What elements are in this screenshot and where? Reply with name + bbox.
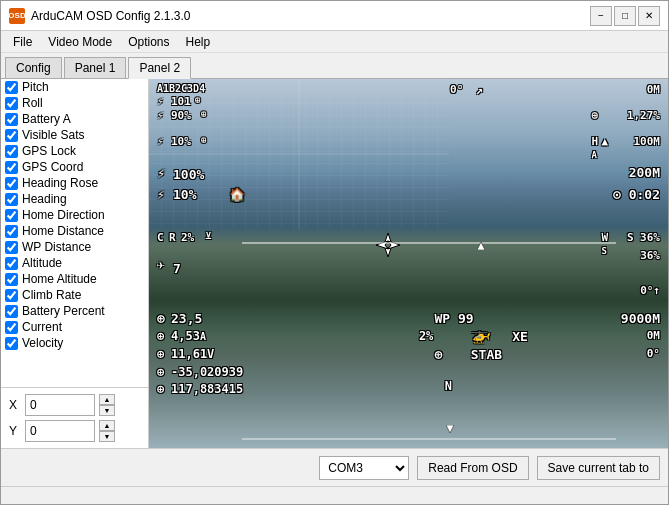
checklist-checkbox[interactable] [5,337,18,350]
heading-pointer [477,239,485,253]
checklist-checkbox[interactable] [5,321,18,334]
tab-panel2[interactable]: Panel 2 [128,57,191,79]
osd-9000m: 9000M [621,311,660,327]
checklist-scroll[interactable]: PitchRollBattery AVisible SatsGPS LockGP… [1,79,148,387]
osd-preview[interactable]: A1B2C3D4 ⚡ 101 ⊕ ⚡ 90% ⊕ ⚡ 10% ⊕ ⚡ 100% … [149,79,668,448]
checklist-item[interactable]: Altitude [1,255,148,271]
checklist-item[interactable]: Heading Rose [1,175,148,191]
checklist-checkbox[interactable] [5,161,18,174]
checklist-item[interactable]: Roll [1,95,148,111]
y-up-button[interactable]: ▲ [99,420,115,431]
bottom-bar: COM3 COM1 COM2 COM4 Read From OSD Save c… [1,448,668,486]
menu-help[interactable]: Help [178,33,219,51]
checklist-item[interactable]: WP Distance [1,239,148,255]
checklist-item[interactable]: GPS Lock [1,143,148,159]
checklist-item[interactable]: Battery A [1,111,148,127]
checklist-label: Battery Percent [22,304,105,318]
checklist-checkbox[interactable] [5,97,18,110]
checklist-checkbox[interactable] [5,129,18,142]
checklist-label: Battery A [22,112,71,126]
y-down-button[interactable]: ▼ [99,431,115,442]
window-title: ArduCAM OSD Config 2.1.3.0 [31,9,590,23]
checklist-label: Velocity [22,336,63,350]
osd-wp-icon: ✈ [157,257,165,273]
checklist-checkbox[interactable] [5,177,18,190]
osd-sats-value: 10% [173,187,196,203]
osd-cr-value: 2% [181,231,194,244]
checklist-item[interactable]: Current [1,319,148,335]
svg-marker-8 [446,425,454,433]
read-from-osd-button[interactable]: Read From OSD [417,456,528,480]
checklist-checkbox[interactable] [5,193,18,206]
osd-0m-right: 0M [647,329,660,342]
osd-drone-icon: 🚁 [471,325,491,344]
checklist-checkbox[interactable] [5,241,18,254]
osd-heading-arrow: ↗ [476,83,483,97]
y-spinner: ▲ ▼ [99,420,115,442]
osd-s36b: 36% [640,249,660,262]
checklist-item[interactable]: Climb Rate [1,287,148,303]
osd-ws-label: WS [601,231,608,257]
tab-panel1[interactable]: Panel 1 [64,57,127,78]
osd-batt-unit: ⊕ [201,135,206,146]
x-label: X [9,398,21,412]
tab-config[interactable]: Config [5,57,62,78]
checklist-checkbox[interactable] [5,209,18,222]
menu-file[interactable]: File [5,33,40,51]
osd-timer: ⊙ 0:02 [613,187,660,203]
osd-lat-icon: ⊕ [157,329,164,343]
menu-options[interactable]: Options [120,33,177,51]
checklist-item[interactable]: Home Distance [1,223,148,239]
osd-c-label: C [157,231,164,244]
checklist-checkbox[interactable] [5,289,18,302]
osd-coord2: ⊕ [157,382,164,396]
checklist-item[interactable]: Velocity [1,335,148,351]
osd-1pct: 1,27% [627,109,660,122]
y-input[interactable] [25,420,95,442]
x-down-button[interactable]: ▼ [99,405,115,416]
checklist-checkbox[interactable] [5,81,18,94]
x-spinner: ▲ ▼ [99,394,115,416]
title-bar: OSD ArduCAM OSD Config 2.1.3.0 − □ ✕ [1,1,668,31]
checklist-checkbox[interactable] [5,145,18,158]
left-panel: PitchRollBattery AVisible SatsGPS LockGP… [1,79,149,448]
osd-batt-label: ⚡ [157,135,164,148]
osd-100m: 100M [634,135,661,148]
checklist-item[interactable]: Visible Sats [1,127,148,143]
checklist-label: Climb Rate [22,288,81,302]
checklist-item[interactable]: Heading [1,191,148,207]
checklist-checkbox[interactable] [5,257,18,270]
checklist-item[interactable]: GPS Coord [1,159,148,175]
osd-topr-0m: 0M [647,83,660,96]
x-up-button[interactable]: ▲ [99,394,115,405]
osd-lat-coord: 4,53A [171,329,206,343]
checklist-checkbox[interactable] [5,273,18,286]
osd-grid-header: A1B2C3D4 [157,83,205,95]
osd-2pct: 2% [419,329,433,343]
checklist-item[interactable]: Home Altitude [1,271,148,287]
osd-sats-icon: ⚡ [157,187,165,203]
checklist-item[interactable]: Home Direction [1,207,148,223]
osd-r-label: R [169,231,176,244]
checklist-checkbox[interactable] [5,305,18,318]
osd-0deg-up: 0°↑ [640,284,660,297]
maximize-button[interactable]: □ [614,6,636,26]
x-input[interactable] [25,394,95,416]
minimize-button[interactable]: − [590,6,612,26]
heading-line [242,242,616,244]
checklist-checkbox[interactable] [5,113,18,126]
osd-0deg: 0° [647,347,660,360]
y-row: Y ▲ ▼ [9,420,140,442]
y-label: Y [9,424,21,438]
checklist-item[interactable]: Pitch [1,79,148,95]
osd-coord1: ⊕ [157,365,164,379]
menu-videomode[interactable]: Video Mode [40,33,120,51]
checklist-item[interactable]: Battery Percent [1,303,148,319]
osd-xe: XE [512,329,528,345]
com-select[interactable]: COM3 COM1 COM2 COM4 [319,456,409,480]
checklist-label: Heading [22,192,67,206]
close-button[interactable]: ✕ [638,6,660,26]
checklist-checkbox[interactable] [5,225,18,238]
main-content: PitchRollBattery AVisible SatsGPS LockGP… [1,79,668,448]
save-tab-button[interactable]: Save current tab to [537,456,660,480]
